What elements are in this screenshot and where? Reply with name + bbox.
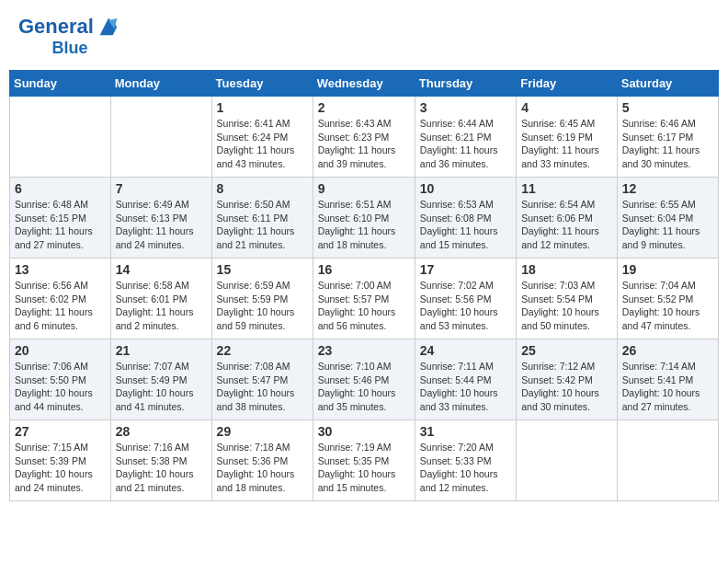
day-number: 22: [217, 343, 308, 358]
day-number: 17: [420, 262, 511, 277]
day-number: 26: [622, 343, 713, 358]
day-info: Sunrise: 7:14 AMSunset: 5:41 PMDaylight:…: [622, 360, 713, 414]
day-number: 27: [15, 424, 106, 439]
day-info: Sunrise: 7:08 AMSunset: 5:47 PMDaylight:…: [217, 360, 308, 414]
day-number: 21: [116, 343, 207, 358]
calendar-cell: 23Sunrise: 7:10 AMSunset: 5:46 PMDayligh…: [313, 339, 415, 420]
day-info: Sunrise: 6:48 AMSunset: 6:15 PMDaylight:…: [15, 198, 106, 252]
calendar-cell: 3Sunrise: 6:44 AMSunset: 6:21 PMDaylight…: [415, 97, 516, 178]
calendar-cell: 13Sunrise: 6:56 AMSunset: 6:02 PMDayligh…: [10, 259, 111, 339]
day-number: 1: [217, 100, 308, 115]
calendar-cell: 31Sunrise: 7:20 AMSunset: 5:33 PMDayligh…: [415, 420, 516, 501]
calendar-cell: [517, 420, 618, 501]
calendar-cell: [617, 420, 718, 501]
weekday-header: Thursday: [415, 71, 516, 97]
day-info: Sunrise: 7:20 AMSunset: 5:33 PMDaylight:…: [420, 441, 511, 495]
weekday-header: Sunday: [10, 71, 111, 97]
day-number: 20: [15, 343, 106, 358]
day-info: Sunrise: 6:59 AMSunset: 5:59 PMDaylight:…: [217, 279, 308, 333]
day-number: 31: [420, 424, 511, 439]
calendar-cell: 12Sunrise: 6:55 AMSunset: 6:04 PMDayligh…: [617, 178, 718, 259]
day-info: Sunrise: 7:04 AMSunset: 5:52 PMDaylight:…: [622, 279, 713, 333]
day-info: Sunrise: 6:43 AMSunset: 6:23 PMDaylight:…: [318, 117, 410, 171]
day-info: Sunrise: 7:19 AMSunset: 5:35 PMDaylight:…: [318, 441, 410, 495]
day-info: Sunrise: 6:58 AMSunset: 6:01 PMDaylight:…: [116, 279, 207, 333]
calendar-cell: 30Sunrise: 7:19 AMSunset: 5:35 PMDayligh…: [313, 420, 415, 501]
day-number: 16: [318, 262, 410, 277]
day-info: Sunrise: 7:07 AMSunset: 5:49 PMDaylight:…: [116, 360, 207, 414]
day-info: Sunrise: 7:10 AMSunset: 5:46 PMDaylight:…: [318, 360, 410, 414]
calendar-cell: 6Sunrise: 6:48 AMSunset: 6:15 PMDaylight…: [10, 178, 111, 259]
day-number: 30: [318, 424, 410, 439]
calendar-cell: [110, 97, 211, 178]
calendar-cell: 1Sunrise: 6:41 AMSunset: 6:24 PMDaylight…: [211, 97, 313, 178]
day-info: Sunrise: 7:15 AMSunset: 5:39 PMDaylight:…: [15, 441, 106, 495]
day-number: 25: [521, 343, 612, 358]
day-number: 24: [420, 343, 511, 358]
day-info: Sunrise: 7:06 AMSunset: 5:50 PMDaylight:…: [15, 360, 106, 414]
calendar-cell: 21Sunrise: 7:07 AMSunset: 5:49 PMDayligh…: [110, 339, 211, 420]
calendar-cell: 29Sunrise: 7:18 AMSunset: 5:36 PMDayligh…: [211, 420, 313, 501]
calendar-cell: 17Sunrise: 7:02 AMSunset: 5:56 PMDayligh…: [415, 259, 516, 339]
day-number: 14: [116, 262, 207, 277]
day-number: 29: [217, 424, 308, 439]
day-info: Sunrise: 6:46 AMSunset: 6:17 PMDaylight:…: [622, 117, 713, 171]
calendar-header-row: SundayMondayTuesdayWednesdayThursdayFrid…: [10, 71, 719, 97]
logo-text-blue: Blue: [51, 40, 87, 56]
day-info: Sunrise: 7:16 AMSunset: 5:38 PMDaylight:…: [116, 441, 207, 495]
page-header: General Blue: [9, 9, 719, 61]
day-number: 12: [622, 181, 713, 196]
day-info: Sunrise: 6:55 AMSunset: 6:04 PMDaylight:…: [622, 198, 713, 252]
weekday-header: Saturday: [617, 71, 718, 97]
calendar-week-row: 20Sunrise: 7:06 AMSunset: 5:50 PMDayligh…: [10, 339, 719, 420]
day-number: 19: [622, 262, 713, 277]
day-number: 5: [622, 100, 713, 115]
weekday-header: Monday: [110, 71, 211, 97]
weekday-header: Wednesday: [313, 71, 415, 97]
day-info: Sunrise: 6:56 AMSunset: 6:02 PMDaylight:…: [15, 279, 106, 333]
calendar-cell: 19Sunrise: 7:04 AMSunset: 5:52 PMDayligh…: [617, 259, 718, 339]
day-number: 2: [318, 100, 410, 115]
day-number: 23: [318, 343, 410, 358]
day-info: Sunrise: 6:49 AMSunset: 6:13 PMDaylight:…: [116, 198, 207, 252]
calendar-table: SundayMondayTuesdayWednesdayThursdayFrid…: [9, 70, 719, 501]
day-number: 11: [521, 181, 612, 196]
day-number: 10: [420, 181, 511, 196]
logo: General Blue: [18, 14, 121, 56]
day-number: 18: [521, 262, 612, 277]
day-info: Sunrise: 6:44 AMSunset: 6:21 PMDaylight:…: [420, 117, 511, 171]
day-info: Sunrise: 7:12 AMSunset: 5:42 PMDaylight:…: [521, 360, 612, 414]
logo-text-general: General: [18, 17, 94, 37]
calendar-cell: 22Sunrise: 7:08 AMSunset: 5:47 PMDayligh…: [211, 339, 313, 420]
day-number: 15: [217, 262, 308, 277]
calendar-week-row: 13Sunrise: 6:56 AMSunset: 6:02 PMDayligh…: [10, 259, 719, 339]
calendar-cell: 28Sunrise: 7:16 AMSunset: 5:38 PMDayligh…: [110, 420, 211, 501]
day-info: Sunrise: 6:51 AMSunset: 6:10 PMDaylight:…: [318, 198, 410, 252]
calendar-cell: 8Sunrise: 6:50 AMSunset: 6:11 PMDaylight…: [211, 178, 313, 259]
day-number: 28: [116, 424, 207, 439]
calendar-cell: 9Sunrise: 6:51 AMSunset: 6:10 PMDaylight…: [313, 178, 415, 259]
calendar-week-row: 27Sunrise: 7:15 AMSunset: 5:39 PMDayligh…: [10, 420, 719, 501]
day-info: Sunrise: 7:03 AMSunset: 5:54 PMDaylight:…: [521, 279, 612, 333]
logo-icon: [96, 14, 121, 40]
day-info: Sunrise: 6:54 AMSunset: 6:06 PMDaylight:…: [521, 198, 612, 252]
calendar-cell: [10, 97, 111, 178]
day-number: 4: [521, 100, 612, 115]
calendar-body: 1Sunrise: 6:41 AMSunset: 6:24 PMDaylight…: [10, 97, 719, 501]
day-number: 7: [116, 181, 207, 196]
day-number: 9: [318, 181, 410, 196]
calendar-cell: 2Sunrise: 6:43 AMSunset: 6:23 PMDaylight…: [313, 97, 415, 178]
calendar-week-row: 1Sunrise: 6:41 AMSunset: 6:24 PMDaylight…: [10, 97, 719, 178]
calendar-cell: 18Sunrise: 7:03 AMSunset: 5:54 PMDayligh…: [517, 259, 618, 339]
calendar-cell: 24Sunrise: 7:11 AMSunset: 5:44 PMDayligh…: [415, 339, 516, 420]
day-number: 6: [15, 181, 106, 196]
calendar-cell: 15Sunrise: 6:59 AMSunset: 5:59 PMDayligh…: [211, 259, 313, 339]
calendar-cell: 7Sunrise: 6:49 AMSunset: 6:13 PMDaylight…: [110, 178, 211, 259]
day-info: Sunrise: 6:53 AMSunset: 6:08 PMDaylight:…: [420, 198, 511, 252]
calendar-cell: 26Sunrise: 7:14 AMSunset: 5:41 PMDayligh…: [617, 339, 718, 420]
calendar-cell: 25Sunrise: 7:12 AMSunset: 5:42 PMDayligh…: [517, 339, 618, 420]
calendar-week-row: 6Sunrise: 6:48 AMSunset: 6:15 PMDaylight…: [10, 178, 719, 259]
day-info: Sunrise: 7:18 AMSunset: 5:36 PMDaylight:…: [217, 441, 308, 495]
calendar-cell: 5Sunrise: 6:46 AMSunset: 6:17 PMDaylight…: [617, 97, 718, 178]
day-info: Sunrise: 7:00 AMSunset: 5:57 PMDaylight:…: [318, 279, 410, 333]
